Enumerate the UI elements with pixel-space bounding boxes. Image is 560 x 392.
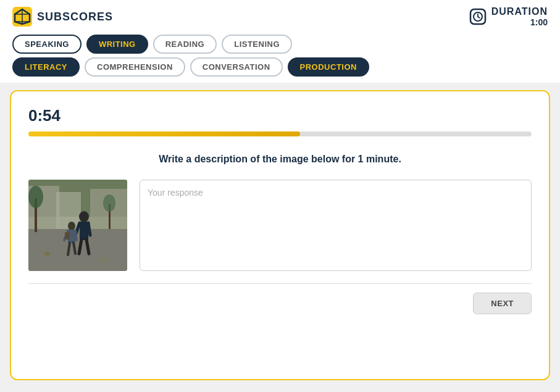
logo-icon [12, 7, 32, 27]
main-card: 0:54 Write a description of the image be… [10, 90, 550, 380]
svg-rect-31 [65, 232, 70, 240]
response-textarea[interactable] [140, 180, 532, 271]
header: SUBSCORES DURATION 1:00 [0, 0, 560, 31]
svg-line-28 [75, 231, 77, 240]
progress-bar-container [28, 131, 532, 136]
timer-display: 0:54 [28, 106, 532, 125]
tab-reading[interactable]: READING [153, 35, 217, 54]
svg-point-18 [103, 194, 115, 212]
svg-point-32 [44, 252, 50, 256]
subtab-comprehension[interactable]: COMPREHENSION [85, 57, 185, 77]
instruction-text: Write a description of the image below f… [28, 154, 532, 165]
svg-point-33 [100, 259, 105, 261]
subtabs-row: LITERACY COMPREHENSION CONVERSATION PROD… [0, 57, 560, 83]
tab-speaking[interactable]: SPEAKING [12, 35, 81, 54]
svg-line-22 [88, 223, 90, 235]
subtab-conversation[interactable]: CONVERSATION [190, 57, 283, 77]
next-button[interactable]: NEXT [473, 293, 532, 314]
svg-rect-14 [28, 229, 127, 271]
image-container [28, 180, 127, 271]
subtab-literacy[interactable]: LITERACY [12, 57, 80, 77]
progress-bar-fill [28, 131, 300, 136]
svg-point-25 [68, 222, 75, 230]
tabs-row: SPEAKING WRITING READING LISTENING [0, 31, 560, 57]
svg-line-8 [478, 17, 480, 18]
divider [28, 283, 532, 284]
content-area [28, 180, 532, 271]
svg-point-19 [79, 211, 89, 222]
duration-label: DURATION [491, 6, 548, 17]
svg-point-16 [28, 186, 43, 208]
brand-label: SUBSCORES [37, 10, 113, 23]
duration-time: 1:00 [491, 17, 548, 27]
tab-writing[interactable]: WRITING [86, 35, 148, 54]
tab-listening[interactable]: LISTENING [222, 35, 292, 54]
clock-icon [469, 8, 487, 25]
subtab-production[interactable]: PRODUCTION [288, 57, 369, 77]
